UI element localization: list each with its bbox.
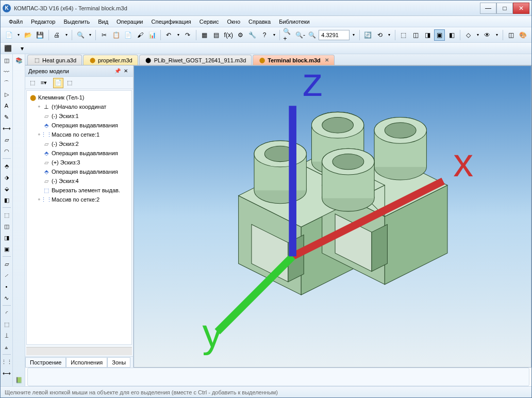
redo-button[interactable]: ↷ [182, 29, 193, 41]
mirror-icon[interactable]: ⟷ [2, 368, 12, 378]
cut-button[interactable]: ✂ [98, 29, 109, 41]
render-button[interactable]: ◧ [446, 29, 457, 41]
print-dropdown[interactable]: ▾ [63, 29, 70, 41]
tree-node-cut[interactable]: ⬚ Вырезать элемент выдав. [28, 186, 130, 195]
tree-node-extrude3[interactable]: ⬘ Операция выдавливания [28, 167, 130, 176]
shell-icon[interactable]: ⬚ [2, 319, 12, 329]
fillet-icon[interactable]: ◜ [2, 308, 12, 318]
tree-node-array2[interactable]: + ⋮⋮ Массив по сетке:2 [28, 195, 130, 204]
loft-icon[interactable]: ◧ [2, 195, 12, 205]
tree-node-extrude2[interactable]: ⬘ Операция выдавливания [28, 148, 130, 158]
zoom-fit-button[interactable]: 🔍 [307, 29, 318, 41]
orbit-dropdown[interactable]: ▾ [387, 29, 393, 41]
text-icon[interactable]: A [2, 101, 12, 111]
tree-tb1[interactable]: ⬚ [27, 78, 38, 88]
fx-button[interactable]: f(x) [223, 29, 234, 41]
help-dropdown[interactable]: ▾ [271, 29, 277, 41]
manager-button[interactable]: ▦ [199, 29, 210, 41]
sweep-icon[interactable]: ⬙ [2, 184, 12, 194]
dims-icon[interactable]: ⟷ [2, 123, 12, 134]
axis-widget[interactable]: x y z [144, 56, 531, 357]
draft-icon[interactable]: ⟁ [2, 342, 12, 352]
tree-root[interactable]: ⬤ Клеммник (Тел-1) [28, 93, 130, 102]
tool-button[interactable]: 🔧 [247, 29, 258, 41]
menu-libraries[interactable]: Библиотеки [275, 18, 314, 26]
revolve-icon[interactable]: ⬗ [2, 172, 12, 183]
undo-button[interactable]: ↶ [163, 29, 174, 41]
secondary-stop-icon[interactable]: ⬛ [4, 44, 12, 53]
paste-button[interactable]: 📄 [123, 29, 134, 41]
menu-help[interactable]: Справка [244, 18, 275, 26]
rib-icon[interactable]: ⟘ [2, 330, 12, 341]
triangle-icon[interactable]: ▷ [2, 89, 12, 100]
surface-icon[interactable]: ◠ [2, 146, 12, 156]
undo-dropdown[interactable]: ▾ [175, 29, 181, 41]
maximize-button[interactable]: □ [496, 3, 513, 14]
tree-scrollbar[interactable] [26, 347, 132, 355]
new-dropdown[interactable]: ▾ [15, 29, 22, 41]
menu-specification[interactable]: Спецификация [147, 18, 195, 26]
tree-node-sketch3[interactable]: ▱ (+) Эскиз:3 [28, 158, 130, 167]
secondary-dropdown[interactable]: ▾ [18, 44, 26, 53]
orbit-button[interactable]: ⟲ [374, 29, 385, 41]
wireframe-button[interactable]: ⬚ [398, 29, 409, 41]
minimize-button[interactable]: — [480, 3, 496, 14]
help-button[interactable]: ? [259, 29, 270, 41]
tree-body[interactable]: ⬤ Клеммник (Тел-1) + ⊥ (т)Начало координ… [26, 90, 132, 345]
material-button[interactable]: 🎨 [518, 29, 528, 41]
lib-icon[interactable]: 📚 [14, 55, 24, 65]
tree-tab-exec[interactable]: Исполнения [66, 357, 107, 368]
lib2-icon[interactable]: 📗 [14, 375, 24, 385]
menu-window[interactable]: Окно [223, 18, 244, 26]
zoom-out-button[interactable]: 🔍- [295, 29, 306, 41]
point-icon[interactable]: • [2, 281, 12, 292]
perspective-dropdown[interactable]: ▾ [475, 29, 481, 41]
save-button[interactable]: 💾 [35, 29, 45, 41]
cube-icon[interactable]: ◫ [2, 55, 12, 65]
curve-icon[interactable]: ∿ [2, 293, 12, 303]
view-dropdown[interactable]: ▾ [494, 29, 500, 41]
arc-icon[interactable]: ⌒ [2, 78, 12, 88]
tree-tab-zones[interactable]: Зоны [107, 357, 130, 368]
close-icon[interactable]: ✕ [122, 67, 130, 75]
settings-button[interactable]: ⚙ [235, 29, 246, 41]
zoom-input[interactable] [319, 30, 350, 40]
tree-tb2[interactable]: ≡▾ [39, 78, 49, 88]
tree-node-origin[interactable]: + ⊥ (т)Начало координат [28, 102, 130, 111]
menu-select[interactable]: Выделить [59, 18, 94, 26]
plane-icon[interactable]: ▱ [2, 259, 12, 269]
menu-view[interactable]: Вид [94, 18, 112, 26]
zoom-in-button[interactable]: 🔍+ [282, 29, 293, 41]
preview-button[interactable]: 🔍 [75, 29, 86, 41]
paint-button[interactable]: 🖌 [135, 29, 145, 41]
menu-operations[interactable]: Операции [112, 18, 147, 26]
extrude-icon[interactable]: ⬘ [2, 161, 12, 171]
pin-icon[interactable]: 📌 [113, 67, 122, 75]
tree-tb4[interactable]: ⬚ [64, 78, 75, 88]
shaded-edges-button[interactable]: ▣ [434, 29, 445, 41]
tree-tb3[interactable]: 📄 [53, 78, 63, 88]
print-button[interactable]: 🖨 [52, 29, 62, 41]
shaded-button[interactable]: ◨ [422, 29, 433, 41]
new-button[interactable]: 📄 [4, 29, 14, 41]
layers-button[interactable]: ▤ [211, 29, 222, 41]
copy-button[interactable]: 📋 [111, 29, 122, 41]
menu-edit[interactable]: Редактор [27, 18, 59, 26]
tree-tab-build[interactable]: Построение [25, 357, 66, 368]
sketch-icon[interactable]: ✎ [2, 112, 12, 122]
tree-node-sketch2[interactable]: ▱ (-) Эскиз:2 [28, 139, 130, 148]
cut-sweep-icon[interactable]: ◨ [2, 233, 12, 243]
tree-node-extrude1[interactable]: ⬘ Операция выдавливания [28, 121, 130, 130]
array-icon[interactable]: ⋮⋮ [2, 357, 12, 367]
properties-button[interactable]: 📊 [147, 29, 158, 41]
wave-icon[interactable]: 〰 [2, 67, 12, 77]
3d-viewport[interactable]: x y z [134, 65, 531, 368]
cut-revolve-icon[interactable]: ◫ [2, 221, 12, 231]
preview-dropdown[interactable]: ▾ [87, 29, 93, 41]
tree-node-array1[interactable]: + ⋮⋮ Массив по сетке:1 [28, 130, 130, 139]
hidden-button[interactable]: ◫ [410, 29, 421, 41]
tree-node-sketch1[interactable]: ▱ (-) Эскиз:1 [28, 111, 130, 121]
box-button[interactable]: ◫ [506, 29, 517, 41]
tree-node-sketch4[interactable]: ▱ (-) Эскиз:4 [28, 176, 130, 186]
view-button[interactable]: 👁 [482, 29, 493, 41]
